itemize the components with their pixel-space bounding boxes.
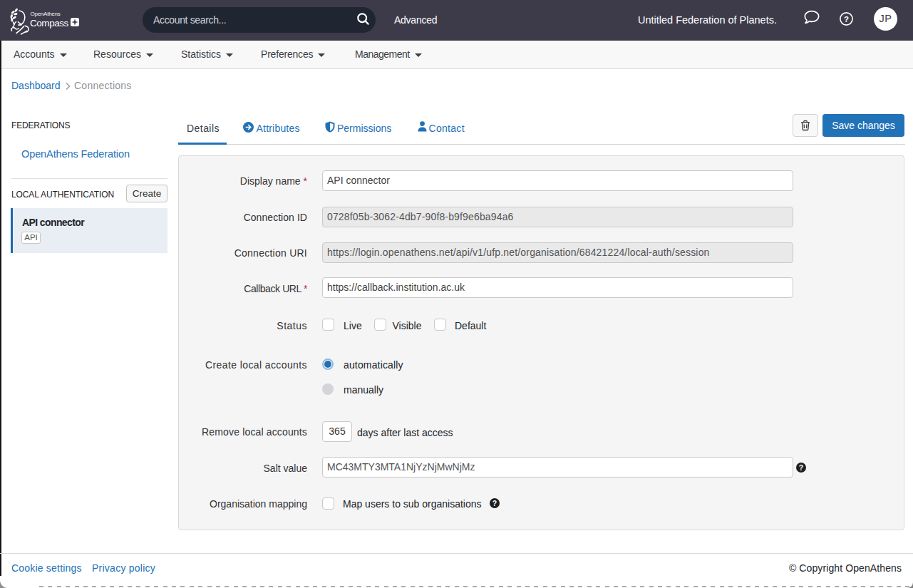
svg-text:?: ? [844,15,849,24]
